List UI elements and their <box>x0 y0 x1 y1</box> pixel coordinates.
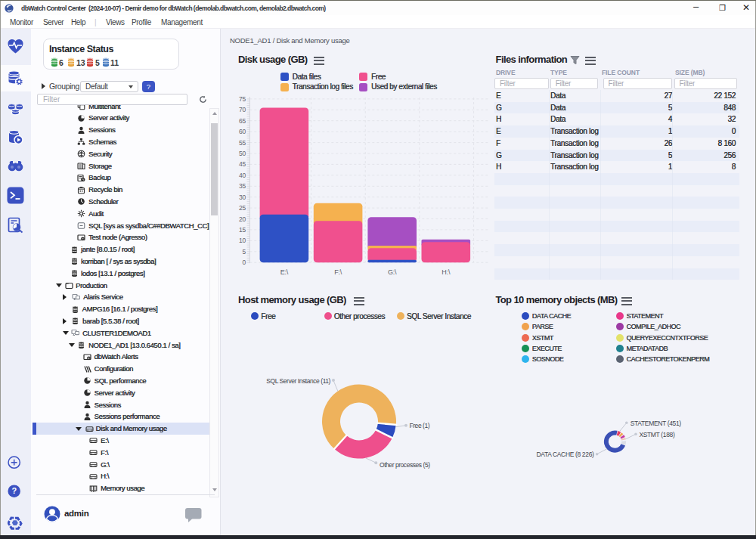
svg-text:SQL Server Instance (11): SQL Server Instance (11) <box>266 377 330 385</box>
svg-text:35: 35 <box>239 182 246 190</box>
svg-text:55: 55 <box>239 139 246 147</box>
svg-text:15: 15 <box>239 226 246 234</box>
svg-text:H:\: H:\ <box>442 268 451 276</box>
svg-text:20: 20 <box>239 215 246 223</box>
svg-text:45: 45 <box>239 160 246 168</box>
svg-text:Free (1): Free (1) <box>410 422 430 429</box>
svg-text:25: 25 <box>239 204 246 212</box>
svg-text:0: 0 <box>242 259 246 266</box>
svg-text:F:\: F:\ <box>334 268 342 276</box>
svg-text:60: 60 <box>239 128 246 135</box>
svg-text:50: 50 <box>239 150 246 157</box>
svg-text:DATA CACHE (8 226): DATA CACHE (8 226) <box>536 451 594 458</box>
svg-text:65: 65 <box>239 117 246 125</box>
svg-text:75: 75 <box>239 95 246 103</box>
svg-text:30: 30 <box>239 194 246 201</box>
svg-text:70: 70 <box>239 106 246 113</box>
svg-text:STATEMENT (451): STATEMENT (451) <box>631 420 682 427</box>
svg-text:40: 40 <box>239 172 246 179</box>
svg-text:Other processes (5): Other processes (5) <box>380 461 430 469</box>
svg-text:E:\: E:\ <box>280 268 289 276</box>
svg-text:G:\: G:\ <box>388 268 397 276</box>
svg-text:XSTMT (188): XSTMT (188) <box>639 431 675 438</box>
svg-text:5: 5 <box>242 248 246 256</box>
svg-text:?: ? <box>11 486 17 495</box>
svg-text:10: 10 <box>239 237 246 244</box>
